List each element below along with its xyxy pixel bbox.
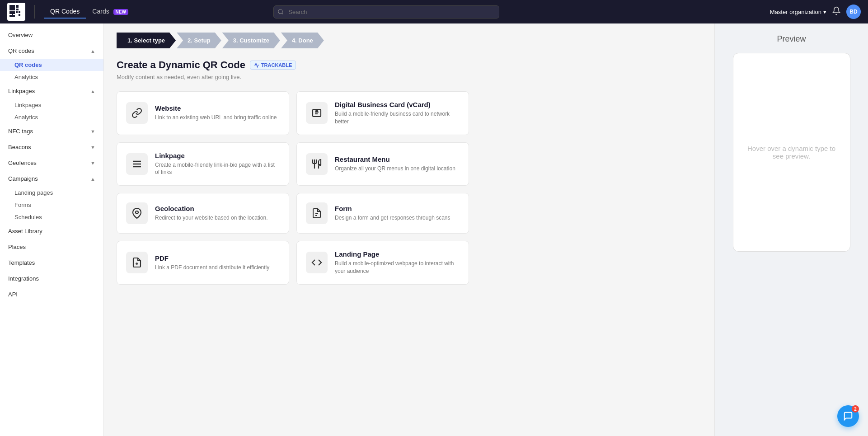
navbar: QR Codes Cards NEW Master organization ▾… bbox=[0, 0, 868, 23]
sidebar-label-campaigns: Campaigns bbox=[8, 175, 38, 182]
chat-button[interactable]: 2 bbox=[837, 405, 859, 427]
sidebar-item-forms[interactable]: Forms bbox=[0, 199, 103, 211]
search-input[interactable] bbox=[273, 5, 499, 19]
sidebar-label-qrcodes: QR codes bbox=[8, 47, 34, 54]
step-2[interactable]: 2. Setup bbox=[177, 33, 221, 48]
page-subtitle: Modify content as needed, even after goi… bbox=[117, 74, 702, 80]
type-card-restaurant[interactable]: Restaurant Menu Organize all your QR men… bbox=[296, 142, 469, 186]
step-4[interactable]: 4. Done bbox=[281, 33, 324, 48]
sidebar-item-templates[interactable]: Templates bbox=[0, 255, 103, 271]
app-logo[interactable] bbox=[7, 3, 25, 21]
restaurant-card-desc: Organize all your QR menus in one digita… bbox=[335, 165, 460, 173]
type-card-vcard[interactable]: Digital Business Card (vCard) Build a mo… bbox=[296, 91, 469, 135]
pdf-card-desc: Link a PDF document and distribute it ef… bbox=[155, 264, 280, 272]
geolocation-card-desc: Redirect to your website based on the lo… bbox=[155, 214, 280, 222]
restaurant-card-title: Restaurant Menu bbox=[335, 155, 460, 163]
sidebar-label-api: API bbox=[8, 291, 18, 298]
navbar-tab-cards[interactable]: Cards NEW bbox=[86, 5, 135, 19]
sidebar-section-linkpages[interactable]: Linkpages ▲ bbox=[0, 83, 103, 99]
navbar-divider bbox=[34, 5, 35, 19]
form-icon bbox=[306, 202, 328, 224]
linkpage-card-title: Linkpage bbox=[155, 152, 280, 159]
pdf-icon bbox=[126, 252, 148, 273]
svg-point-19 bbox=[136, 211, 138, 214]
sidebar-item-qrcodes-sub[interactable]: QR codes bbox=[0, 59, 103, 71]
svg-rect-2 bbox=[16, 9, 19, 10]
sidebar-section-geofences[interactable]: Geofences ▼ bbox=[0, 155, 103, 171]
svg-rect-3 bbox=[9, 11, 12, 14]
page-title: Create a Dynamic QR Code bbox=[117, 59, 245, 71]
linkpage-icon bbox=[126, 153, 148, 175]
cards-badge: NEW bbox=[113, 9, 128, 15]
sidebar-label-linkpages: Linkpages bbox=[8, 88, 35, 94]
type-card-form[interactable]: Form Design a form and get responses thr… bbox=[296, 193, 469, 234]
geolocation-card-title: Geolocation bbox=[155, 205, 280, 212]
svg-point-10 bbox=[278, 9, 282, 14]
chart-icon bbox=[254, 62, 259, 68]
svg-point-15 bbox=[316, 110, 318, 112]
svg-rect-5 bbox=[16, 11, 18, 13]
sidebar: Overview QR codes ▲ QR codes Analytics L… bbox=[0, 23, 104, 436]
type-card-linkpage[interactable]: Linkpage Create a mobile-friendly link-i… bbox=[117, 142, 289, 186]
pdf-card-title: PDF bbox=[155, 254, 280, 262]
landing-page-icon bbox=[306, 252, 328, 273]
sidebar-label-asset-library: Asset Library bbox=[8, 228, 42, 234]
step-3[interactable]: 3. Customize bbox=[222, 33, 280, 48]
chevron-up-icon: ▲ bbox=[90, 48, 95, 54]
sidebar-item-qrcodes-analytics[interactable]: Analytics bbox=[0, 71, 103, 83]
chevron-down-icon: ▾ bbox=[823, 9, 826, 15]
vcard-card-title: Digital Business Card (vCard) bbox=[335, 101, 460, 108]
main-area: 1. Select type 2. Setup 3. Customize 4. … bbox=[104, 23, 868, 436]
navbar-tab-qrcodes[interactable]: QR Codes bbox=[44, 5, 86, 19]
page-title-row: Create a Dynamic QR Code TRACKABLE bbox=[117, 59, 702, 71]
preview-title: Preview bbox=[777, 34, 806, 44]
sidebar-section-qrcodes[interactable]: QR codes ▲ bbox=[0, 43, 103, 59]
sidebar-item-schedules[interactable]: Schedules bbox=[0, 211, 103, 223]
landing-page-card-title: Landing Page bbox=[335, 250, 460, 258]
navbar-search-container bbox=[273, 5, 499, 19]
sidebar-label-beacons: Beacons bbox=[8, 144, 31, 150]
step-1[interactable]: 1. Select type bbox=[117, 33, 176, 48]
svg-rect-4 bbox=[13, 11, 15, 14]
sidebar-label-places: Places bbox=[8, 244, 26, 250]
type-card-geolocation[interactable]: Geolocation Redirect to your website bas… bbox=[117, 193, 289, 234]
sidebar-label-templates: Templates bbox=[8, 259, 35, 266]
website-card-title: Website bbox=[155, 104, 280, 112]
org-selector[interactable]: Master organization ▾ bbox=[770, 9, 826, 15]
chevron-up-icon-campaigns: ▲ bbox=[90, 176, 95, 182]
type-card-website[interactable]: Website Link to an existing web URL and … bbox=[117, 91, 289, 135]
sidebar-item-landing-pages[interactable]: Landing pages bbox=[0, 187, 103, 199]
sidebar-item-linkpages-sub[interactable]: Linkpages bbox=[0, 99, 103, 111]
sidebar-section-nfctags[interactable]: NFC tags ▼ bbox=[0, 123, 103, 139]
linkpage-card-desc: Create a mobile-friendly link-in-bio pag… bbox=[155, 161, 280, 177]
navbar-right: Master organization ▾ BD bbox=[770, 5, 861, 19]
sidebar-section-campaigns[interactable]: Campaigns ▲ bbox=[0, 171, 103, 187]
svg-rect-0 bbox=[9, 5, 15, 10]
sidebar-item-places[interactable]: Places bbox=[0, 239, 103, 255]
trackable-badge: TRACKABLE bbox=[250, 61, 296, 70]
preview-box: Hover over a dynamic type to see preview… bbox=[733, 53, 850, 252]
chat-icon bbox=[843, 411, 853, 421]
chevron-down-icon-beacons: ▼ bbox=[90, 145, 95, 150]
sidebar-item-integrations[interactable]: Integrations bbox=[0, 271, 103, 286]
sidebar-section-beacons[interactable]: Beacons ▼ bbox=[0, 139, 103, 155]
type-cards-grid: Website Link to an existing web URL and … bbox=[117, 91, 469, 285]
sidebar-item-api[interactable]: API bbox=[0, 286, 103, 302]
navbar-tabs: QR Codes Cards NEW bbox=[44, 5, 135, 19]
layout: Overview QR codes ▲ QR codes Analytics L… bbox=[0, 23, 868, 436]
svg-rect-8 bbox=[9, 15, 15, 17]
sidebar-label-overview: Overview bbox=[8, 32, 33, 38]
chevron-up-icon-linkpages: ▲ bbox=[90, 89, 95, 94]
sidebar-label-geofences: Geofences bbox=[8, 159, 37, 166]
vcard-card-desc: Build a mobile-friendly business card to… bbox=[335, 110, 460, 126]
sidebar-item-linkpages-analytics[interactable]: Analytics bbox=[0, 111, 103, 123]
type-card-pdf[interactable]: PDF Link a PDF document and distribute i… bbox=[117, 241, 289, 285]
sidebar-item-overview[interactable]: Overview bbox=[0, 27, 103, 43]
notifications-button[interactable] bbox=[832, 6, 841, 17]
type-card-landing-page[interactable]: Landing Page Build a mobile-optimized we… bbox=[296, 241, 469, 285]
svg-rect-6 bbox=[19, 11, 20, 13]
chevron-down-icon-geofences: ▼ bbox=[90, 160, 95, 166]
avatar[interactable]: BD bbox=[846, 5, 861, 19]
restaurant-icon bbox=[306, 153, 328, 175]
sidebar-item-asset-library[interactable]: Asset Library bbox=[0, 223, 103, 239]
